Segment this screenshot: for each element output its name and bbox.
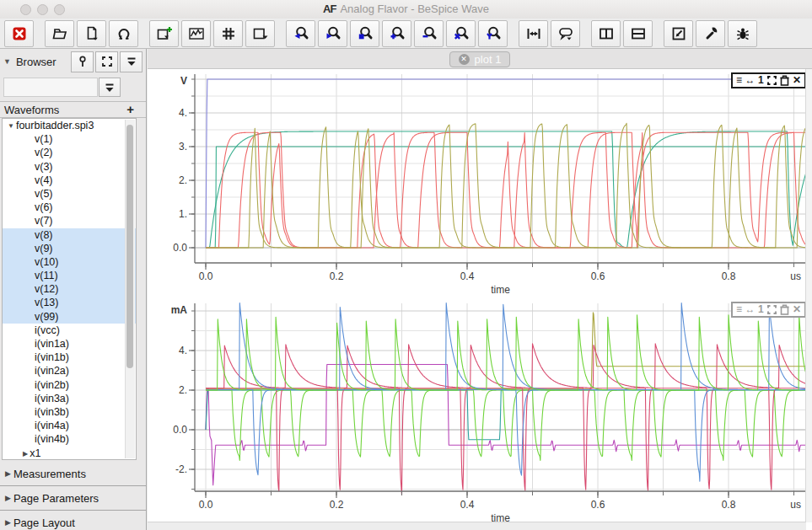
- collapsed-arrow-icon[interactable]: ▶: [23, 450, 28, 458]
- tree-item-fourbitadder-spi3[interactable]: ▼fourbitadder.spi3: [3, 119, 136, 132]
- tree-item-i-vin1a-[interactable]: i(vin1a): [3, 337, 136, 351]
- split-vertical-button[interactable]: [591, 20, 621, 47]
- tree-item-i-vin3a-[interactable]: i(vin3a): [3, 392, 136, 405]
- export-window-icon: [670, 25, 687, 42]
- tree-item-v-8-[interactable]: v(8): [3, 228, 136, 242]
- zoom-out-button[interactable]: [414, 20, 444, 47]
- browser-expand-arrow[interactable]: ▼: [3, 57, 11, 66]
- tree-item-v-4-[interactable]: v(4): [3, 174, 136, 187]
- detach-button[interactable]: [95, 51, 118, 72]
- tab-close-icon[interactable]: ✕: [459, 54, 470, 65]
- fit-x-icon[interactable]: ↔: [745, 74, 755, 87]
- export-window-button[interactable]: [664, 20, 693, 47]
- settings-button[interactable]: [696, 20, 725, 47]
- refresh-button[interactable]: [109, 20, 138, 47]
- maximize-icon[interactable]: [766, 304, 777, 315]
- cursor-tool-button[interactable]: [551, 20, 580, 47]
- svg-text:0.0: 0.0: [173, 424, 187, 436]
- debug-button[interactable]: [728, 20, 757, 47]
- fit-x-icon[interactable]: ↔: [745, 303, 755, 316]
- split-horizontal-button[interactable]: [623, 20, 653, 47]
- open-folder-icon: [51, 25, 68, 42]
- tree-item-v-1-[interactable]: v(1): [3, 132, 136, 146]
- maximize-icon[interactable]: [766, 75, 777, 86]
- tab-plot-1[interactable]: ✕ plot 1: [449, 51, 511, 67]
- current-plot[interactable]: -2.0.02.4.mA0.00.20.40.60.8ustime: [148, 300, 806, 522]
- page-number[interactable]: 1: [758, 303, 764, 316]
- close-plot-icon[interactable]: ✕: [793, 74, 801, 87]
- close-plot-icon[interactable]: ✕: [793, 303, 801, 316]
- tree-item-i-vin4a-[interactable]: i(vin4a): [3, 419, 136, 432]
- export-plot-button[interactable]: [245, 20, 275, 47]
- zoom-in-button[interactable]: [382, 20, 411, 47]
- tree-item-i-vcc-[interactable]: i(vcc): [3, 324, 136, 337]
- tree-item-v-99-[interactable]: v(99): [3, 310, 136, 324]
- tree-item-v-13-[interactable]: v(13): [3, 296, 136, 309]
- pin-button[interactable]: [71, 51, 94, 72]
- delete-plot-icon[interactable]: [780, 304, 789, 315]
- horizontal-scrollbar[interactable]: [148, 522, 806, 530]
- tree-item-label: v(5): [35, 188, 53, 200]
- delete-plot-icon[interactable]: [780, 75, 789, 86]
- tree-item-label: v(9): [35, 243, 53, 254]
- plot-menu-icon[interactable]: ≡: [736, 303, 742, 316]
- bug-icon: [734, 25, 751, 42]
- add-waveform-button[interactable]: +: [126, 102, 134, 117]
- svg-text:1.: 1.: [179, 208, 187, 220]
- tree-item-v-9-[interactable]: v(9): [3, 242, 136, 255]
- grid-settings-button[interactable]: [213, 20, 243, 47]
- svg-text:0.4: 0.4: [460, 499, 475, 511]
- zoom-next-button[interactable]: [318, 20, 347, 47]
- svg-text:0.2: 0.2: [330, 499, 344, 511]
- close-document-button[interactable]: [4, 20, 34, 47]
- zoom-fit-y-button[interactable]: [478, 20, 508, 47]
- plot1-corner-toolbar: ≡↔1✕: [731, 72, 806, 88]
- menu-triangle-icon: [125, 55, 138, 68]
- zoom-out-icon: [421, 25, 438, 42]
- tree-item-label: v(3): [35, 161, 53, 173]
- tree-item-v-12-[interactable]: v(12): [3, 282, 136, 296]
- tree-item-label: v(2): [35, 147, 53, 158]
- tree-item-x1[interactable]: ▶x1: [3, 447, 136, 460]
- fit-horizontal-button[interactable]: [519, 20, 548, 47]
- browser-menu-button[interactable]: [120, 51, 143, 72]
- tree-item-v-7-[interactable]: v(7): [3, 214, 136, 228]
- window-title-text: Analog Flavor - BeSpice Wave: [340, 3, 489, 15]
- tree-item-v-2-[interactable]: v(2): [3, 146, 136, 159]
- tree-scrollbar-thumb[interactable]: [126, 125, 133, 368]
- tree-item-v-3-[interactable]: v(3): [3, 160, 136, 174]
- tree-item-v-6-[interactable]: v(6): [3, 201, 136, 214]
- tree-item-v-5-[interactable]: v(5): [3, 187, 136, 201]
- tree-item-label: i(vin2a): [35, 365, 69, 377]
- zoom-previous-button[interactable]: [286, 20, 315, 47]
- zoom-rect-button[interactable]: [350, 20, 379, 47]
- zoom-next-icon: [325, 25, 341, 42]
- section-page-parameters[interactable]: ▶Page Parameters: [0, 485, 146, 510]
- tree-item-v-11-[interactable]: v(11): [3, 269, 136, 282]
- tree-item-i-vin3b-[interactable]: i(vin3b): [3, 405, 136, 419]
- page-number[interactable]: 1: [758, 74, 764, 87]
- expanded-arrow-icon[interactable]: ▼: [8, 122, 14, 130]
- zoom-fit-x-button[interactable]: [446, 20, 476, 47]
- tree-scrollbar[interactable]: [125, 120, 135, 458]
- tree-item-i-vin4b-[interactable]: i(vin4b): [3, 432, 136, 446]
- curve-display-button[interactable]: [181, 20, 211, 47]
- open-file-button[interactable]: [45, 20, 74, 47]
- section-measurements[interactable]: ▶Measurements: [0, 462, 146, 485]
- voltage-plot[interactable]: 0.01.2.3.4.V0.00.20.40.60.8ustime: [148, 71, 806, 300]
- tree-item-i-vin2a-[interactable]: i(vin2a): [3, 364, 136, 377]
- add-plot-button[interactable]: [149, 20, 179, 47]
- reload-file-button[interactable]: [77, 20, 106, 47]
- tree-item-i-vin2b-[interactable]: i(vin2b): [3, 378, 136, 392]
- plot-menu-icon[interactable]: ≡: [736, 74, 742, 87]
- tree-item-v-10-[interactable]: v(10): [3, 255, 136, 269]
- tree-item-i-vin1b-[interactable]: i(vin1b): [3, 351, 136, 364]
- app-logo: AF: [323, 3, 336, 15]
- waveforms-label: Waveforms: [4, 104, 126, 116]
- vertical-scrollbar[interactable]: [805, 69, 812, 522]
- filter-input[interactable]: [3, 78, 98, 97]
- tree-list: ▼fourbitadder.spi3v(1)v(2)v(3)v(4)v(5)v(…: [3, 119, 136, 460]
- filter-menu-button[interactable]: [99, 78, 121, 97]
- section-label: Page Layout: [13, 517, 75, 529]
- section-page-layout[interactable]: ▶Page Layout: [0, 510, 146, 530]
